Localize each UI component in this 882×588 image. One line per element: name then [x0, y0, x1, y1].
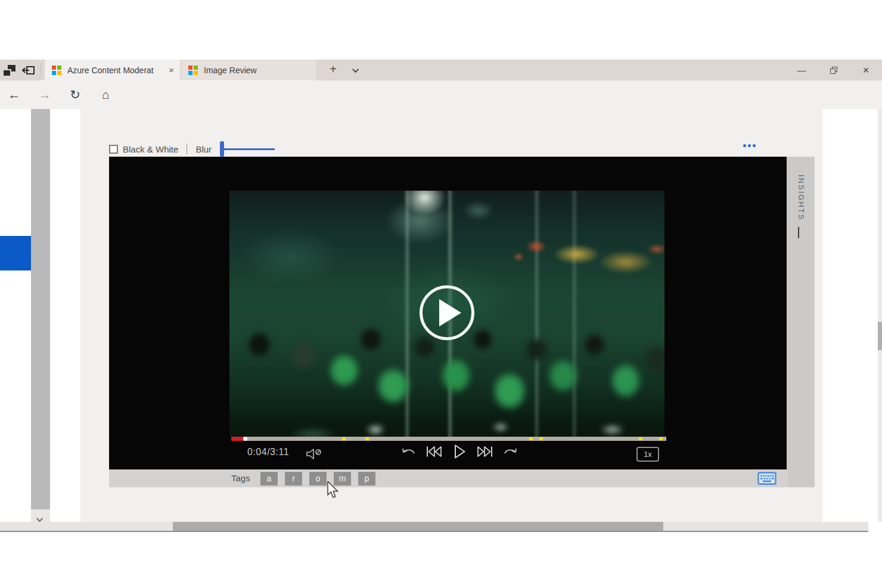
browser-window: Azure Content Moderat × Image Review + —…	[0, 0, 882, 588]
tab-list-button[interactable]	[348, 60, 365, 80]
insights-expand-button[interactable]	[798, 227, 799, 238]
progress-marker	[365, 437, 369, 440]
volume-muted-icon	[305, 447, 325, 461]
skip-back-icon	[425, 444, 444, 459]
page-margin	[50, 109, 80, 522]
redo-arrow-icon	[502, 444, 519, 459]
play-icon	[439, 299, 461, 326]
keyboard-shortcuts-button[interactable]	[757, 472, 777, 485]
insights-label: INSIGHTS	[797, 175, 806, 220]
divider	[0, 531, 868, 532]
close-button[interactable]: ×	[850, 60, 882, 80]
tag-button-r[interactable]: r	[285, 472, 302, 486]
playback-speed-button[interactable]: 1x	[636, 447, 659, 462]
refresh-button[interactable]: ↻	[63, 80, 87, 109]
progress-marker	[639, 437, 642, 440]
progress-marker	[342, 437, 346, 440]
chevron-down-icon	[36, 515, 43, 521]
chevron-down-icon	[352, 66, 359, 72]
microsoft-logo-icon	[188, 66, 198, 75]
navigation-toolbar: ← → ↻ ⌂ https://docs.microsoft.com/en-us…	[0, 80, 882, 109]
microsoft-logo-icon	[52, 66, 61, 75]
progress-marker	[659, 437, 663, 440]
play-button[interactable]	[452, 443, 467, 460]
page-left-margin	[0, 109, 31, 522]
previous-frame-button[interactable]	[425, 444, 444, 459]
blur-slider-track	[222, 148, 275, 150]
back-icon: ←	[8, 88, 21, 102]
seek-bar[interactable]	[231, 437, 666, 441]
skip-forward-icon	[475, 444, 494, 459]
black-white-checkbox[interactable]	[109, 145, 118, 154]
chevron-left-icon	[798, 227, 799, 238]
tag-button-a[interactable]: a	[260, 472, 278, 486]
page-margin	[815, 109, 822, 522]
tab-label: Azure Content Moderat	[67, 66, 163, 75]
tags-bar: Tags a r o m p	[109, 469, 788, 487]
restore-icon	[830, 67, 837, 74]
keyboard-icon	[757, 472, 777, 485]
progress-handle[interactable]	[243, 437, 247, 441]
tags-label: Tags	[231, 473, 250, 483]
insights-panel: INSIGHTS	[787, 157, 815, 487]
forward-icon: →	[39, 88, 51, 102]
set-tabs-aside-button[interactable]	[0, 60, 19, 80]
tab-bar: Azure Content Moderat × Image Review + —…	[0, 60, 882, 80]
tag-button-o[interactable]: o	[309, 472, 327, 486]
video-frame[interactable]	[229, 191, 664, 437]
progress-marker	[529, 437, 533, 440]
restore-tabs-button[interactable]	[19, 60, 38, 80]
close-tab-icon[interactable]: ×	[163, 65, 180, 75]
home-icon: ⌂	[102, 88, 110, 102]
tab-azure-content-moderator[interactable]: Azure Content Moderat ×	[45, 60, 180, 80]
page-vertical-scrollbar[interactable]	[878, 109, 882, 522]
tag-button-p[interactable]: p	[358, 472, 375, 486]
play-overlay-button[interactable]	[420, 285, 474, 340]
tab-image-review[interactable]: Image Review	[181, 60, 316, 80]
play-icon	[452, 443, 467, 460]
blur-label: Blur	[195, 144, 212, 154]
home-button[interactable]: ⌂	[94, 80, 117, 109]
minimize-button[interactable]: —	[785, 60, 818, 80]
horizontal-scrollbar[interactable]	[0, 522, 868, 531]
forward-button[interactable]: →	[33, 80, 57, 109]
restore-tabs-icon	[22, 64, 35, 76]
mouse-cursor	[327, 481, 340, 502]
page-right-margin	[822, 109, 878, 522]
undo-button[interactable]	[400, 444, 417, 459]
divider	[187, 144, 187, 154]
blur-slider-handle[interactable]	[220, 141, 224, 157]
blur-slider[interactable]	[220, 141, 277, 157]
scrollbar-thumb[interactable]	[878, 322, 882, 350]
more-options-button[interactable]	[743, 144, 756, 147]
mute-button[interactable]	[305, 447, 325, 461]
left-scrollbar[interactable]	[31, 109, 50, 509]
progress-marker	[539, 437, 543, 440]
black-white-label: Black & White	[123, 144, 178, 154]
new-tab-button[interactable]: +	[325, 60, 341, 80]
tabs-aside-icon	[4, 65, 15, 76]
minimize-icon: —	[797, 65, 806, 75]
video-player: 0:04/3:11	[109, 157, 787, 469]
time-display: 0:04/3:11	[247, 447, 289, 458]
undo-arrow-icon	[400, 444, 417, 459]
progress-played	[231, 437, 244, 441]
close-icon: ×	[862, 64, 869, 77]
selection-highlight-block	[0, 236, 31, 270]
tab-label: Image Review	[204, 66, 316, 75]
back-button[interactable]: ←	[2, 80, 26, 109]
next-frame-button[interactable]	[475, 444, 494, 459]
restore-button[interactable]	[818, 60, 850, 80]
scrollbar-thumb[interactable]	[173, 522, 663, 531]
redo-button[interactable]	[502, 444, 519, 459]
divider	[41, 63, 41, 77]
refresh-icon: ↻	[70, 88, 80, 102]
